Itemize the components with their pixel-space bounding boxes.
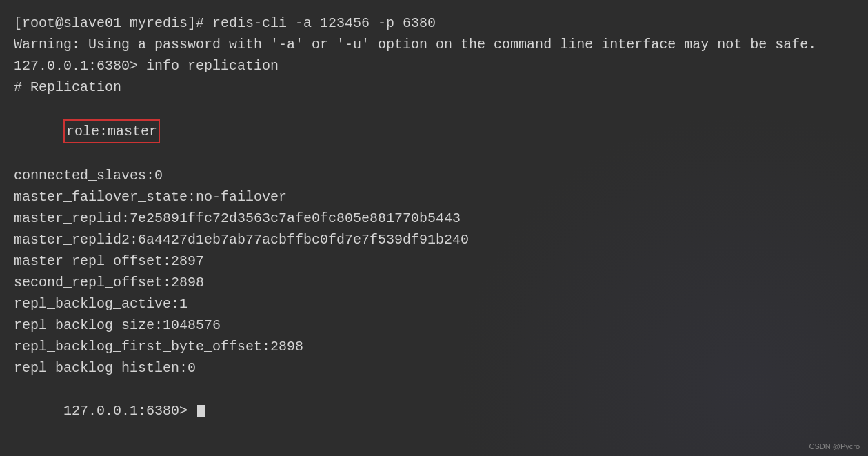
line-2: Warning: Using a password with '-a' or '… (14, 34, 854, 55)
cursor (197, 405, 205, 417)
role-master-highlighted: role:master (63, 119, 160, 143)
line-13: repl_backlog_size:1048576 (14, 315, 854, 336)
line-7: master_failover_state:no-failover (14, 186, 854, 208)
line-10: master_repl_offset:2897 (14, 250, 854, 272)
line-1: [root@slave01 myredis]# redis-cli -a 123… (14, 12, 854, 34)
watermark: CSDN @Pycro (809, 442, 860, 450)
line-6: connected_slaves:0 (14, 165, 854, 186)
line-4: # Replication (14, 77, 854, 98)
line-15: repl_backlog_histlen:0 (14, 357, 854, 379)
line-12: repl_backlog_active:1 (14, 293, 854, 315)
line-14: repl_backlog_first_byte_offset:2898 (14, 336, 854, 357)
terminal-window: [root@slave01 myredis]# redis-cli -a 123… (0, 0, 868, 456)
line-9: master_replid2:6a4427d1eb7ab77acbffbc0fd… (14, 229, 854, 250)
terminal-content: [root@slave01 myredis]# redis-cli -a 123… (14, 12, 854, 443)
line-16-prompt: 127.0.0.1:6380> (14, 379, 854, 443)
line-3: 127.0.0.1:6380> info replication (14, 55, 854, 77)
line-5: role:master (14, 98, 854, 165)
line-11: second_repl_offset:2898 (14, 272, 854, 293)
line-8: master_replid:7e25891ffc72d3563c7afe0fc8… (14, 208, 854, 229)
prompt-text: 127.0.0.1:6380> (63, 403, 196, 419)
